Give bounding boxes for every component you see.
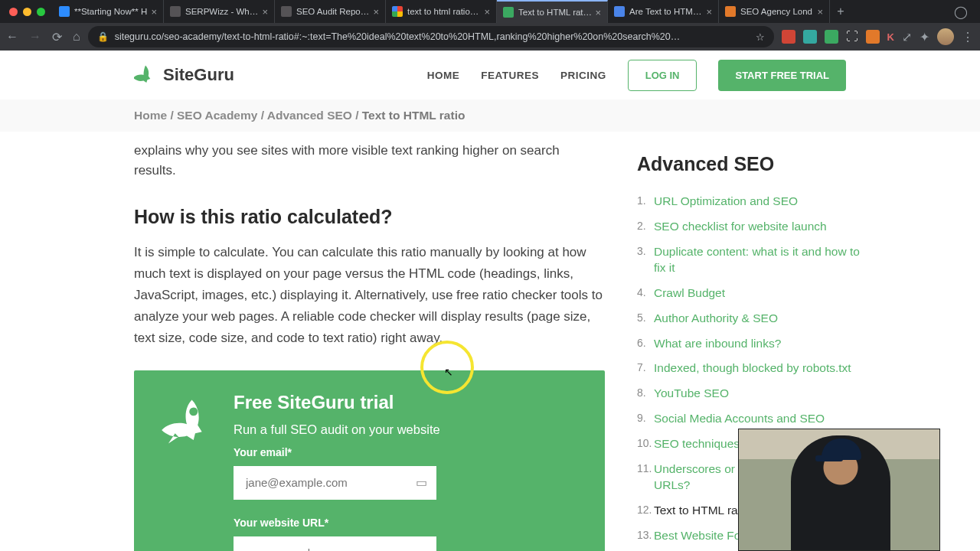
webcam-overlay [738,429,940,551]
breadcrumb-current: Text to HTML ratio [362,109,466,122]
window-user-icon[interactable]: ◯ [954,5,975,19]
nav-features[interactable]: FEATURES [481,70,539,81]
close-window-icon[interactable] [9,8,18,16]
cta-title: Free SiteGuru trial [234,392,579,413]
bookmark-icon[interactable]: ☆ [756,31,765,43]
extension-icons: ⛶ K ⤢ ✦ ⋮ [782,28,974,45]
back-icon[interactable]: ← [6,30,18,44]
trial-cta: Free SiteGuru trial Run a full SEO audit… [134,370,605,551]
nav-home[interactable]: HOME [427,70,460,81]
start-trial-button[interactable]: START FREE TRIAL [718,60,846,91]
site-header: SiteGuru HOME FEATURES PRICING LOG IN ST… [0,51,980,99]
close-tab-icon[interactable]: × [262,6,268,18]
close-tab-icon[interactable]: × [817,6,823,18]
contact-card-icon[interactable]: ▭ [416,475,427,490]
favicon [281,6,292,17]
maximize-window-icon[interactable] [37,8,45,16]
tab-title: **Starting Now** H [74,7,148,16]
favicon [614,6,625,17]
sidebar-item: YouTube SEO [637,381,867,406]
close-tab-icon[interactable]: × [706,6,712,18]
url-input[interactable]: 🔒 siteguru.co/seo-academy/text-to-html-r… [88,26,774,47]
favicon [170,6,181,17]
extension-icon[interactable] [866,30,880,44]
login-button[interactable]: LOG IN [628,60,697,91]
zoom-icon [59,6,70,17]
breadcrumb: Home / SEO Academy / Advanced SEO / Text… [0,99,980,132]
rocket-icon [134,64,157,86]
tab-title: Are Text to HTML R [629,7,703,16]
sidebar-item: Author Authority & SEO [637,306,867,331]
extension-icon[interactable]: ⛶ [846,30,858,44]
nav-pricing[interactable]: PRICING [560,70,606,81]
sidebar-item: URL Optimization and SEO [637,189,867,214]
new-tab-button[interactable]: + [830,5,851,18]
url-text: siteguru.co/seo-academy/text-to-html-rat… [115,31,750,42]
close-tab-icon[interactable]: × [595,7,601,18]
main-nav: HOME FEATURES PRICING LOG IN START FREE … [427,60,846,91]
address-bar: ← → ⟳ ⌂ 🔒 siteguru.co/seo-academy/text-t… [0,23,980,51]
breadcrumb-academy[interactable]: SEO Academy [177,109,257,122]
extensions-menu-icon[interactable]: ✦ [920,30,929,44]
logo[interactable]: SiteGuru [134,64,234,86]
profile-avatar[interactable] [937,28,954,45]
sidebar-item: Crawl Budget [637,281,867,306]
svg-point-0 [189,407,198,416]
tab-bar: **Starting Now** H× SERPWizz - White l× … [0,0,980,23]
tab-text-to-html[interactable]: Text to HTML ratio:× [497,0,608,23]
lead-paragraph: explains why you see sites with more vis… [134,141,605,181]
logo-text: SiteGuru [163,65,234,85]
section-heading: How is this ratio calculated? [134,206,605,228]
lock-icon: 🔒 [97,31,109,42]
extension-icon[interactable] [825,30,838,44]
tab-serpwizz[interactable]: SERPWizz - White l× [164,0,275,23]
rocket-icon [160,395,214,551]
tab-seo-agency[interactable]: SEO Agency Lond× [719,0,830,23]
sidebar-title: Advanced SEO [637,153,867,175]
close-tab-icon[interactable]: × [484,6,490,18]
tab-are-text-to-html[interactable]: Are Text to HTML R× [608,0,719,23]
cta-subtitle: Run a full SEO audit on your website [234,422,579,437]
tab-title: text to html ratio se [407,7,481,16]
home-icon[interactable]: ⌂ [73,30,80,44]
breadcrumb-home[interactable]: Home [134,109,167,122]
article: explains why you see sites with more vis… [134,132,605,551]
tab-title: SEO Audit Report - [296,7,370,16]
close-tab-icon[interactable]: × [373,6,379,18]
extension-icon[interactable] [803,30,817,44]
browser-chrome: **Starting Now** H× SERPWizz - White l× … [0,0,980,51]
tab-title: SEO Agency Lond [740,7,814,16]
sidebar-item: Duplicate content: what is it and how to… [637,240,867,281]
extension-icon[interactable]: ⤢ [902,30,912,44]
tab-google-search[interactable]: text to html ratio se× [386,0,497,23]
tab-starting-now[interactable]: **Starting Now** H× [53,0,164,23]
tab-seo-audit[interactable]: SEO Audit Report -× [275,0,386,23]
extension-icon[interactable] [782,30,795,44]
sidebar-item: Indexed, though blocked by robots.txt [637,356,867,381]
url-label: Your website URL* [234,517,579,529]
google-icon [392,6,403,17]
sidebar-item: SEO checklist for website launch [637,214,867,240]
tab-title: Text to HTML ratio: [518,8,592,17]
website-url-input[interactable] [234,536,436,551]
sidebar-item: What are inbound links? [637,331,867,357]
close-tab-icon[interactable]: × [151,6,157,18]
favicon [725,6,736,17]
breadcrumb-advanced[interactable]: Advanced SEO [267,109,352,122]
extension-icon[interactable]: K [887,31,894,43]
minimize-window-icon[interactable] [23,8,31,16]
cta-body: Free SiteGuru trial Run a full SEO audit… [234,392,579,551]
email-label: Your email* [234,446,579,458]
email-input[interactable] [234,466,436,500]
siteguru-icon [503,7,514,18]
window-controls[interactable] [9,8,45,16]
menu-icon[interactable]: ⋮ [962,30,974,44]
forward-icon[interactable]: → [29,30,41,44]
body-paragraph: It is simple to calculate. You can calcu… [134,242,605,349]
tab-title: SERPWizz - White l [185,7,259,16]
reload-icon[interactable]: ⟳ [52,30,62,44]
